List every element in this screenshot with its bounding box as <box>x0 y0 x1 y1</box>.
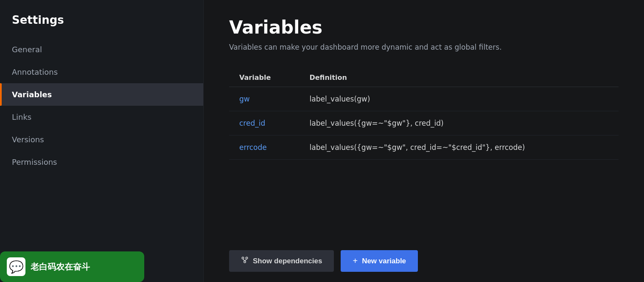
var-name-gw[interactable]: gw <box>229 87 299 111</box>
sidebar: Settings General Annotations Variables L… <box>0 0 204 282</box>
sidebar-item-annotations[interactable]: Annotations <box>0 61 203 83</box>
new-variable-button[interactable]: + New variable <box>341 250 418 272</box>
svg-line-4 <box>245 259 247 261</box>
sidebar-title: Settings <box>0 14 203 38</box>
page-title: Variables <box>229 17 619 38</box>
sidebar-item-permissions[interactable]: Permissions <box>0 151 203 173</box>
var-definition-cred-id: label_values({gw=~"$gw"}, cred_id) <box>299 111 619 135</box>
table-row[interactable]: gw label_values(gw) <box>229 87 619 111</box>
sidebar-item-general[interactable]: General <box>0 38 203 61</box>
var-name-errcode[interactable]: errcode <box>229 135 299 160</box>
table-row[interactable]: errcode label_values({gw=~"$gw", cred_id… <box>229 135 619 160</box>
column-variable: Variable <box>229 68 299 87</box>
main-content: Variables Variables can make your dashbo… <box>204 0 644 282</box>
sidebar-item-links[interactable]: Links <box>0 106 203 128</box>
plus-icon: + <box>353 256 358 266</box>
sidebar-item-variables[interactable]: Variables <box>0 83 203 106</box>
svg-point-0 <box>242 257 244 259</box>
show-dependencies-button[interactable]: Show dependencies <box>229 250 334 272</box>
dependencies-icon <box>241 256 249 266</box>
sidebar-item-versions[interactable]: Versions <box>0 128 203 151</box>
var-definition-errcode: label_values({gw=~"$gw", cred_id=~"$cred… <box>299 135 619 160</box>
svg-point-1 <box>246 257 248 259</box>
svg-line-3 <box>243 259 245 261</box>
table-row[interactable]: cred_id label_values({gw=~"$gw"}, cred_i… <box>229 111 619 135</box>
svg-point-2 <box>244 261 246 263</box>
wechat-text: 老白码农在奋斗 <box>31 261 90 273</box>
variables-table: Variable Definition gw label_values(gw) … <box>229 68 619 160</box>
var-name-cred-id[interactable]: cred_id <box>229 111 299 135</box>
column-definition: Definition <box>299 68 619 87</box>
bottom-bar: Show dependencies + New variable <box>204 240 644 282</box>
wechat-overlay: 💬 老白码农在奋斗 <box>0 251 144 282</box>
wechat-icon: 💬 <box>7 257 25 276</box>
var-definition-gw: label_values(gw) <box>299 87 619 111</box>
page-subtitle: Variables can make your dashboard more d… <box>229 43 619 51</box>
